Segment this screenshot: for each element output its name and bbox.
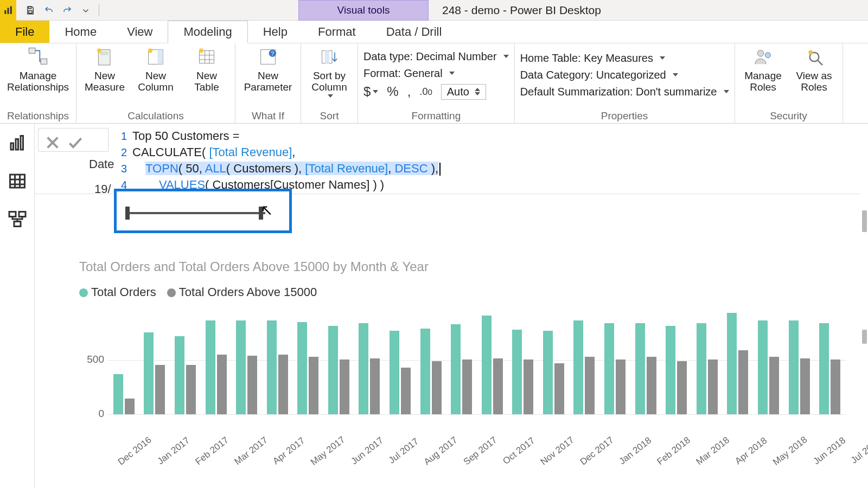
scrollbar-thumb[interactable] (862, 210, 867, 232)
bar-series-0[interactable] (420, 329, 430, 414)
bar-series-1[interactable] (769, 357, 779, 414)
axis-line (107, 414, 846, 415)
bar-series-0[interactable] (206, 320, 215, 414)
default-summarization-dropdown[interactable]: Default Summarization: Don't summarize (520, 86, 729, 98)
new-column-button[interactable]: New Column (133, 46, 178, 93)
data-category-label: Data Category: Uncategorized (520, 69, 666, 81)
view-as-roles-button[interactable]: View as Roles (792, 46, 837, 93)
qat-customize-icon[interactable] (78, 3, 93, 18)
bar-series-1[interactable] (616, 359, 626, 414)
scrollbar-thumb[interactable] (862, 330, 867, 344)
svg-rect-39 (14, 222, 21, 227)
bar-series-0[interactable] (451, 324, 461, 414)
slider-handle-end[interactable] (259, 207, 263, 220)
bar-series-0[interactable] (819, 323, 829, 414)
data-type-dropdown[interactable]: Data type: Decimal Number (363, 50, 509, 63)
bar-series-0[interactable] (635, 323, 645, 414)
slider-track[interactable] (125, 212, 265, 214)
bar-series-1[interactable] (125, 399, 135, 414)
bar-series-0[interactable] (144, 332, 154, 414)
manage-relationships-button[interactable]: Manage Relationships (5, 46, 71, 93)
save-icon[interactable] (23, 3, 38, 18)
decimals-stepper[interactable]: Auto (441, 84, 486, 100)
redo-icon[interactable] (60, 3, 75, 18)
formula-editor[interactable]: 1Top 50 Customers = 2CALCULATE( [Total R… (108, 124, 860, 194)
bar-series-0[interactable] (727, 313, 737, 414)
bar-series-1[interactable] (217, 355, 227, 414)
bar-series-0[interactable] (359, 323, 368, 414)
formula-cancel-button[interactable] (44, 134, 61, 151)
bar-series-1[interactable] (647, 357, 656, 414)
undo-icon[interactable] (41, 3, 56, 18)
slicer-range-highlight[interactable]: ↖ (114, 189, 292, 233)
percent-button[interactable]: % (387, 84, 398, 99)
tab-modeling[interactable]: Modeling (168, 21, 247, 43)
bar-series-0[interactable] (573, 320, 583, 414)
bar-series-0[interactable] (697, 323, 706, 414)
tab-home[interactable]: Home (49, 21, 112, 43)
bar-series-0[interactable] (236, 320, 246, 414)
bar-series-1[interactable] (401, 368, 411, 414)
model-view-icon[interactable] (8, 209, 27, 229)
bar-chart-visual[interactable]: Total Orders and Total Orders Above 1500… (79, 259, 846, 488)
chevron-down-icon (373, 90, 378, 93)
bar-series-1[interactable] (708, 359, 718, 414)
formula-commit-button[interactable] (67, 134, 84, 151)
bar-series-1[interactable] (585, 357, 595, 414)
bar-series-0[interactable] (758, 320, 768, 414)
slider-handle-start[interactable] (125, 207, 130, 220)
bar-series-0[interactable] (113, 374, 123, 414)
data-category-dropdown[interactable]: Data Category: Uncategorized (520, 69, 729, 81)
sort-by-column-button[interactable]: Sort by Column (307, 46, 352, 98)
bar-series-1[interactable] (493, 358, 503, 414)
bar-series-1[interactable] (554, 363, 564, 414)
tab-view[interactable]: View (112, 21, 168, 43)
tab-format[interactable]: Format (303, 21, 371, 43)
report-view-icon[interactable] (8, 133, 27, 153)
bar-series-1[interactable] (831, 359, 840, 414)
new-measure-label: New Measure (85, 70, 125, 93)
manage-roles-button[interactable]: Manage Roles (741, 46, 786, 93)
bar-series-1[interactable] (462, 359, 472, 414)
bar-series-1[interactable] (155, 365, 165, 414)
bar-series-1[interactable] (278, 355, 288, 414)
bar-series-0[interactable] (789, 320, 799, 414)
bar-series-0[interactable] (543, 331, 553, 414)
bar-series-0[interactable] (390, 331, 399, 414)
svg-rect-6 (41, 59, 47, 64)
new-parameter-button[interactable]: ? New Parameter (241, 46, 295, 93)
format-dropdown[interactable]: Format: General (363, 67, 509, 80)
bar-series-1[interactable] (247, 356, 257, 414)
new-column-label: New Column (138, 70, 173, 93)
bar-series-1[interactable] (524, 359, 533, 414)
bar-series-0[interactable] (328, 326, 338, 414)
bar-series-1[interactable] (370, 358, 380, 414)
bar-series-0[interactable] (666, 326, 675, 414)
bar-series-0[interactable] (482, 316, 492, 414)
bar-series-1[interactable] (309, 357, 318, 414)
bar-series-0[interactable] (175, 336, 184, 414)
bar-series-1[interactable] (800, 358, 810, 414)
tab-help[interactable]: Help (248, 21, 303, 43)
chevron-down-icon (660, 56, 665, 60)
thousands-button[interactable]: , (407, 84, 411, 99)
bar-series-1[interactable] (186, 365, 196, 414)
bar-series-0[interactable] (512, 330, 522, 414)
bar-series-1[interactable] (340, 359, 349, 414)
new-table-button[interactable]: New Table (184, 46, 229, 93)
new-measure-button[interactable]: New Measure (82, 46, 127, 93)
currency-button[interactable]: $ (363, 84, 378, 99)
contextual-tab-visual-tools[interactable]: Visual tools (298, 0, 429, 21)
bar-series-0[interactable] (267, 320, 277, 414)
home-table-dropdown[interactable]: Home Table: Key Measures (520, 52, 729, 65)
data-view-icon[interactable] (8, 171, 27, 191)
tab-data-drill[interactable]: Data / Drill (371, 21, 457, 43)
bar-series-1[interactable] (738, 350, 748, 414)
bar-series-1[interactable] (677, 361, 687, 414)
new-table-label: New Table (194, 70, 219, 93)
bar-series-0[interactable] (604, 323, 614, 414)
bar-series-0[interactable] (297, 322, 307, 414)
tab-file[interactable]: File (0, 21, 49, 43)
bar-series-1[interactable] (432, 361, 442, 414)
code-l3-p3: , (388, 162, 394, 175)
